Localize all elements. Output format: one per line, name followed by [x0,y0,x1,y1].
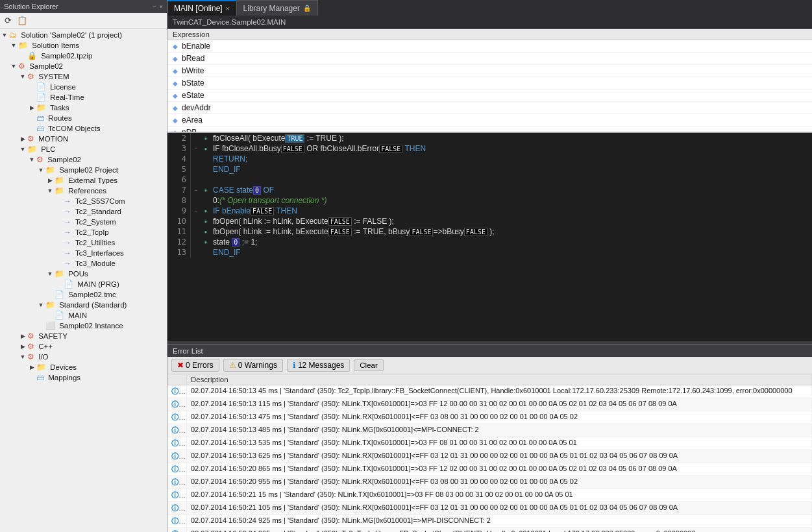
expression-row[interactable]: ◆bWrite [167,65,812,77]
tree-expand[interactable]: ▶ [27,104,36,111]
tree-item[interactable]: 📄 MAIN (PRG) [0,279,167,289]
error-row[interactable]: ⓘ 2 02.07.2014 16:50:13 115 ms | 'Standa… [167,398,812,411]
tab-close-btn[interactable]: × [226,5,230,12]
expression-row[interactable]: ◆eState [167,90,812,102]
pin-icon[interactable]: − [153,3,156,10]
tree-expand[interactable]: ▼ [27,156,36,163]
tree-item[interactable]: ▼ 📁 PLC [0,144,167,154]
breakpoint-dot[interactable] [201,247,210,258]
expression-row[interactable]: ◆bEnable [167,40,812,53]
tree-item[interactable]: ▼ ⚙ SYSTEM [0,71,167,82]
error-row[interactable]: ⓘ 5 02.07.2014 16:50:13 535 ms | 'Standa… [167,437,812,450]
expression-row[interactable]: ◆devAddr [167,102,812,114]
tab[interactable]: Library Manager🔒 [237,0,318,16]
errors-button[interactable]: ✖ 0 Errors [171,359,219,372]
line-expand-btn[interactable]: − [191,143,201,154]
error-row[interactable]: ⓘ 3 02.07.2014 16:50:13 475 ms | 'Standa… [167,411,812,424]
tree-item[interactable]: → Tc2_Standard [0,206,167,217]
tree-expand[interactable]: ▶ [18,136,27,142]
tree-item[interactable]: ▼ 📁 POUs [0,269,167,279]
breakpoint-dot[interactable] [201,154,210,164]
line-expand-btn[interactable] [191,154,201,164]
breakpoint-dot[interactable] [201,195,210,206]
tree-item[interactable]: → Tc2_Utilities [0,237,167,248]
close-panel-icon[interactable]: × [159,3,163,10]
breakpoint-dot[interactable]: ● [201,237,210,247]
tree-expand[interactable]: ▼ [0,32,9,38]
error-row[interactable]: ⓘ 12 02.07.2014 16:50:24 965 ms | 'Stand… [167,528,812,532]
tree-item[interactable]: 📄 MAIN [0,310,167,320]
line-expand-btn[interactable] [191,175,201,185]
expression-row[interactable]: ◆bState [167,77,812,90]
breakpoint-dot[interactable] [201,164,210,175]
tree-item[interactable]: 📄 License [0,82,167,92]
breakpoint-dot[interactable]: ● [201,185,210,195]
error-row[interactable]: ⓘ 4 02.07.2014 16:50:13 485 ms | 'Standa… [167,424,812,437]
breakpoint-dot[interactable]: ● [201,226,210,237]
breakpoint-dot[interactable]: ● [201,143,210,154]
error-row[interactable]: ⓘ 9 02.07.2014 16:50:21 15 ms | 'Standar… [167,489,812,502]
tree-expand[interactable]: ▶ [18,343,27,350]
tree-item[interactable]: → Tc2_TcpIp [0,227,167,237]
tree-item[interactable]: → Tc3_Module [0,258,167,269]
tree-expand[interactable]: ▼ [36,167,45,173]
tree-item[interactable]: ▼ ⚙ I/O [0,352,167,362]
tree-item[interactable]: 🔒 Sample02.tpzip [0,51,167,61]
tree-item[interactable]: ▼ ⚙ Sample02 [0,154,167,165]
tree-expand[interactable]: ▶ [45,177,55,184]
tree-expand[interactable]: ▼ [45,271,55,277]
breakpoint-dot[interactable]: ● [201,133,210,143]
line-expand-btn[interactable]: − [191,185,201,195]
error-row[interactable]: ⓘ 10 02.07.2014 16:50:21 105 ms | 'Stand… [167,502,812,515]
breakpoint-dot[interactable]: ● [201,216,210,226]
clear-button[interactable]: Clear [354,359,383,371]
expression-row[interactable]: ◆eArea [167,114,812,127]
error-row[interactable]: ⓘ 11 02.07.2014 16:50:24 925 ms | 'Stand… [167,515,812,528]
line-expand-btn[interactable] [191,237,201,247]
tree-item[interactable]: → Tc2_System [0,217,167,227]
tree-expand[interactable]: ▶ [18,333,27,339]
line-expand-btn[interactable] [191,133,201,143]
line-expand-btn[interactable] [191,247,201,258]
error-row[interactable]: ⓘ 6 02.07.2014 16:50:13 625 ms | 'Standa… [167,450,812,463]
tree-item[interactable]: 📄 Real-Time [0,92,167,103]
tree-item[interactable]: ▶ 📁 Devices [0,362,167,372]
tree-item[interactable]: 🗃 Routes [0,113,167,123]
tree-item[interactable]: ▼ 📁 Solution Items [0,40,167,51]
refresh-button[interactable]: ⟳ [3,14,14,27]
tab[interactable]: MAIN [Online]× [167,0,237,16]
error-row[interactable]: ⓘ 8 02.07.2014 16:50:20 955 ms | 'Standa… [167,476,812,489]
error-row[interactable]: ⓘ 7 02.07.2014 16:50:20 865 ms | 'Standa… [167,463,812,476]
tree-item[interactable]: ▶ 📁 Tasks [0,103,167,113]
tree-item[interactable]: ▼ 🗂 Solution 'Sample02' (1 project) [0,30,167,40]
tree-item[interactable]: ▶ ⚙ MOTION [0,134,167,144]
line-expand-btn[interactable] [191,164,201,175]
tree-item[interactable]: ▶ 📁 External Types [0,175,167,186]
line-expand-btn[interactable] [191,216,201,226]
tree-expand[interactable]: ▼ [9,42,18,49]
tree-expand[interactable]: ▼ [18,354,27,360]
properties-button[interactable]: 📋 [15,14,29,27]
tree-item[interactable]: 🗃 Mappings [0,372,167,383]
line-expand-btn[interactable] [191,195,201,206]
error-row[interactable]: ⓘ 1 02.07.2014 16:50:13 45 ms | 'Standar… [167,385,812,398]
expression-row[interactable]: ◆bRead [167,53,812,65]
code-editor[interactable]: 2 ● fbCloseAll( bExecuteTRUE := TRUE ); … [167,133,812,341]
breakpoint-dot[interactable]: ● [201,206,210,216]
line-expand-btn[interactable]: − [191,206,201,216]
tree-expand[interactable]: ▼ [45,187,55,194]
tree-item[interactable]: ⬜ Sample02 Instance [0,320,167,331]
tree-item[interactable]: ▼ 📁 Standard (Standard) [0,300,167,310]
breakpoint-dot[interactable] [201,175,210,185]
tree-item[interactable]: 📄 Sample02.tmc [0,289,167,300]
tree-item[interactable]: ▼ ⚙ Sample02 [0,61,167,71]
tree-expand[interactable]: ▼ [18,146,27,152]
tree-expand[interactable]: ▼ [9,63,18,69]
tree-expand[interactable]: ▶ [27,364,36,370]
expression-row[interactable]: ◆nDB [167,127,812,133]
tree-item[interactable]: ▶ ⚙ SAFETY [0,331,167,341]
tree-expand[interactable]: ▼ [18,73,27,80]
tree-item[interactable]: → Tc3_Interfaces [0,248,167,258]
messages-button[interactable]: ℹ 12 Messages [287,359,350,372]
tree-item[interactable]: ▼ 📁 Sample02 Project [0,165,167,175]
